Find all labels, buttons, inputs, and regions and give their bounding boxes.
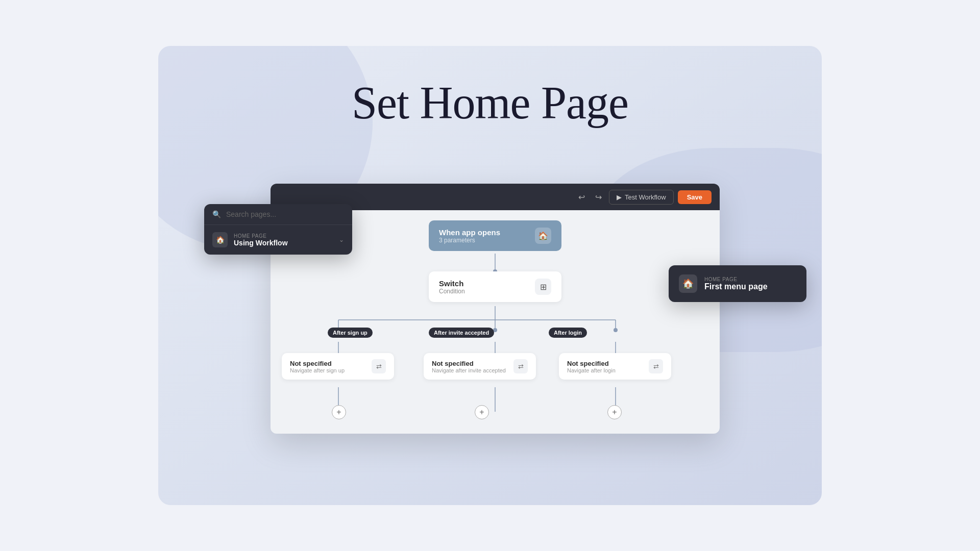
branch-1-title: Not specified [290, 360, 345, 367]
branch-2-sub: Navigate after invite accepted [432, 367, 506, 373]
trigger-title: When app opens [439, 228, 500, 237]
switch-node-text: Switch Condition [439, 279, 465, 295]
add-step-button-3[interactable]: + [607, 405, 622, 419]
branch-tag-invite: After invite accepted [429, 328, 494, 338]
play-icon: ▶ [617, 193, 622, 201]
branch-2-icon: ⇄ [513, 359, 528, 373]
switch-node[interactable]: Switch Condition ⊞ [429, 271, 561, 302]
result-name: Using Workflow [234, 239, 333, 247]
save-button[interactable]: Save [678, 190, 712, 204]
test-workflow-button[interactable]: ▶ Test Workflow [609, 190, 674, 205]
branch-node-3[interactable]: Not specified Navigate after login ⇄ [559, 353, 671, 380]
trigger-icon: 🏠 [535, 228, 551, 244]
svg-point-9 [614, 328, 618, 332]
search-input[interactable] [226, 210, 344, 218]
undo-icon: ↩ [578, 192, 585, 202]
redo-button[interactable]: ↪ [592, 190, 605, 204]
undo-button[interactable]: ↩ [575, 190, 588, 204]
switch-icon: ⊞ [535, 279, 551, 295]
branch-tag-signup: After sign up [328, 328, 373, 338]
branch-node-1[interactable]: Not specified Navigate after sign up ⇄ [282, 353, 394, 380]
right-card-home-icon: 🏠 [679, 274, 697, 293]
branch-3-title: Not specified [567, 360, 616, 367]
page-title: Set Home Page [352, 77, 628, 129]
chevron-down-icon: ⌄ [339, 236, 344, 243]
add-step-button-1[interactable]: + [332, 405, 346, 419]
right-card-name: First menu page [704, 282, 768, 291]
branch-node-2[interactable]: Not specified Navigate after invite acce… [424, 353, 536, 380]
switch-subtitle: Condition [439, 288, 465, 295]
add-step-button-2[interactable]: + [475, 405, 489, 419]
trigger-subtitle: 3 parameters [439, 237, 500, 244]
branch-2-title: Not specified [432, 360, 506, 367]
branch-1-icon: ⇄ [372, 359, 386, 373]
search-icon: 🔍 [212, 210, 221, 218]
redo-icon: ↪ [595, 192, 602, 202]
search-panel: 🔍 🏠 HOME PAGE Using Workflow ⌄ [204, 204, 352, 255]
outer-card: Set Home Page ↩ ↪ ▶ Test Workflow Save [158, 46, 822, 505]
branch-tag-login: After login [549, 328, 587, 338]
branch-3-icon: ⇄ [649, 359, 663, 373]
result-home-icon: 🏠 [212, 232, 228, 247]
trigger-node[interactable]: When app opens 3 parameters 🏠 [429, 220, 561, 251]
branch-1-sub: Navigate after sign up [290, 367, 345, 373]
trigger-node-text: When app opens 3 parameters [439, 228, 500, 244]
right-card-label: HOME PAGE [704, 277, 768, 282]
switch-title: Switch [439, 279, 465, 288]
branch-3-sub: Navigate after login [567, 367, 616, 373]
search-bar: 🔍 [204, 204, 352, 225]
search-result-item[interactable]: 🏠 HOME PAGE Using Workflow ⌄ [204, 225, 352, 255]
result-label: HOME PAGE [234, 233, 333, 239]
right-page-card[interactable]: 🏠 HOME PAGE First menu page [669, 265, 806, 302]
